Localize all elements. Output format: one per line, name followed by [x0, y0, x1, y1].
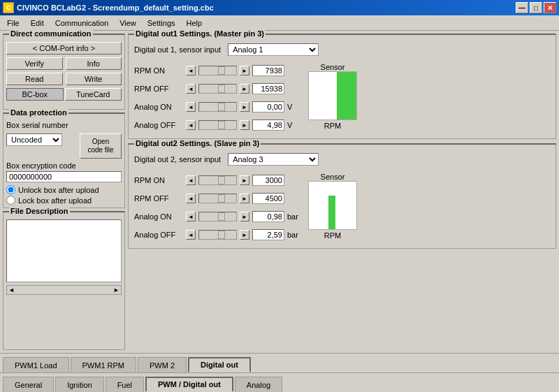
menu-edit[interactable]: Edit [25, 17, 50, 29]
rpm-off-1-left-arrow[interactable]: ◄ [186, 84, 196, 94]
minimize-button[interactable]: — [516, 2, 528, 13]
tab-digital-out[interactable]: Digital out [188, 357, 251, 372]
read-button[interactable]: Read [6, 73, 63, 85]
rpm-on-2-right-arrow[interactable]: ► [240, 175, 249, 185]
scroll-left-icon[interactable]: ◄ [8, 286, 15, 293]
rpm-on-1-right-arrow[interactable]: ► [240, 66, 249, 75]
rpm-on-1-label: RPM ON [134, 66, 183, 75]
sensor-viz-2: Sensor RPM [308, 173, 357, 240]
digital-out2-title: Digital out2 Settings. (Slave pin 3) [134, 139, 261, 147]
sensor-chart-2 [308, 181, 357, 230]
unlock-radio[interactable] [6, 185, 15, 194]
analog-on-1-label: Analog ON [134, 103, 183, 111]
tab-pwm2[interactable]: PWM 2 [138, 357, 187, 372]
analog-on-2-slider[interactable] [198, 212, 237, 222]
rpm-on-2-value[interactable] [252, 175, 284, 186]
menu-settings[interactable]: Settings [142, 17, 181, 29]
encryption-code-label: Box encryption code [6, 161, 122, 170]
rpm-off-1-label: RPM OFF [134, 85, 183, 93]
tab-pwm1-load[interactable]: PWM1 Load [3, 357, 69, 372]
tab-general[interactable]: General [3, 377, 54, 392]
rpm-off-1-slider[interactable] [198, 84, 237, 94]
scroll-right-icon[interactable]: ► [113, 286, 119, 293]
close-button[interactable]: ✕ [544, 2, 556, 13]
app-icon: C [3, 2, 14, 13]
analog-off-1-unit: V [287, 121, 297, 129]
bc-box-button[interactable]: BC-box [6, 88, 64, 101]
analog-on-2-value[interactable] [252, 211, 284, 222]
rpm-off-2-left-arrow[interactable]: ◄ [186, 194, 196, 203]
tab-pwm1-rpm[interactable]: PWM1 RPM [71, 357, 137, 372]
file-description-title: File Description [9, 207, 70, 215]
tab-ignition[interactable]: Ignition [55, 377, 103, 392]
rpm-off-1-value[interactable] [252, 83, 284, 94]
analog-on-2-right-arrow[interactable]: ► [240, 212, 249, 222]
menu-file[interactable]: File [1, 17, 25, 29]
serial-number-label: Box serial number [6, 121, 122, 129]
sensor-chart-1-label: RPM [324, 122, 341, 130]
serial-number-select[interactable]: Uncoded [6, 133, 62, 146]
file-description-textarea[interactable] [6, 219, 122, 282]
maximize-button[interactable]: □ [530, 2, 542, 13]
rpm-off-2-value[interactable] [252, 193, 284, 204]
analog-off-2-right-arrow[interactable]: ► [240, 230, 249, 240]
rpm-on-1-value[interactable] [252, 65, 284, 76]
digital-out1-sensor-select[interactable]: Analog 1 Analog 2 Analog 3 [228, 43, 319, 56]
analog-on-1-right-arrow[interactable]: ► [240, 102, 249, 112]
rpm-off-2-right-arrow[interactable]: ► [240, 194, 249, 203]
analog-off-1-left-arrow[interactable]: ◄ [186, 120, 196, 130]
sensor-chart-1 [308, 71, 357, 120]
analog-off-1-slider[interactable] [198, 120, 237, 130]
analog-on-2-label: Analog ON [134, 212, 183, 221]
info-button[interactable]: Info [66, 57, 122, 70]
analog-on-1-slider[interactable] [198, 102, 237, 112]
tab-analog[interactable]: Analog [235, 377, 282, 392]
data-protection-group: Data protection Box serial number Uncode… [3, 112, 125, 208]
tab-pwm-digital-out[interactable]: PWM / Digital out [145, 377, 233, 392]
analog-off-2-value[interactable] [252, 229, 284, 240]
rpm-on-1-left-arrow[interactable]: ◄ [186, 66, 196, 75]
bottom-tabs-1: PWM1 Load PWM1 RPM PWM 2 Digital out [0, 353, 559, 372]
lock-radio[interactable] [6, 196, 15, 205]
rpm-on-2-slider[interactable] [198, 175, 237, 185]
open-code-file-button[interactable]: Open code file [80, 133, 122, 159]
direct-comm-title: Direct communication [9, 29, 93, 38]
main-container: Direct communication < COM-Port info > V… [0, 31, 559, 353]
unlock-label: Unlock box after upload [18, 186, 99, 194]
analog-off-1-label: Analog OFF [134, 121, 183, 129]
digital-out1-sensor-label: Digital out 1, sensor input [134, 45, 221, 54]
analog-off-1-value[interactable] [252, 119, 284, 131]
tab-fuel[interactable]: Fuel [106, 377, 144, 392]
rpm-off-1-right-arrow[interactable]: ► [240, 84, 249, 94]
analog-off-2-label: Analog OFF [134, 231, 183, 239]
digital-out1-group: Digital out1 Settings. (Master pin 3) Di… [128, 34, 556, 139]
data-protection-title: Data protection [9, 108, 68, 117]
menu-help[interactable]: Help [181, 17, 208, 29]
lock-label: Lock box after upload [18, 196, 92, 205]
analog-off-2-unit: bar [287, 231, 297, 239]
menu-communication[interactable]: Communication [50, 17, 114, 29]
digital-out2-sensor-select[interactable]: Analog 1 Analog 2 Analog 3 [228, 153, 319, 166]
analog-on-1-value[interactable] [252, 101, 284, 112]
analog-on-2-left-arrow[interactable]: ◄ [186, 212, 196, 222]
write-button[interactable]: Write [66, 73, 122, 85]
analog-off-2-slider[interactable] [198, 230, 237, 240]
analog-off-2-left-arrow[interactable]: ◄ [186, 230, 196, 240]
verify-button[interactable]: Verify [6, 57, 63, 70]
sensor-viz-1: Sensor RPM [308, 63, 357, 130]
left-panel: Direct communication < COM-Port info > V… [3, 34, 125, 350]
rpm-off-2-slider[interactable] [198, 194, 237, 203]
rpm-off-2-label: RPM OFF [134, 194, 183, 203]
analog-on-2-unit: bar [287, 212, 297, 221]
analog-on-1-left-arrow[interactable]: ◄ [186, 102, 196, 112]
rpm-on-2-left-arrow[interactable]: ◄ [186, 175, 196, 185]
analog-off-1-right-arrow[interactable]: ► [240, 120, 249, 130]
tune-card-button[interactable]: TuneCard [65, 88, 122, 101]
window-title: CIVINCO BCLabG2 - Screendump_default_set… [17, 3, 214, 12]
encryption-code-input[interactable] [6, 171, 122, 182]
menu-view[interactable]: View [114, 17, 142, 29]
rpm-on-1-slider[interactable] [198, 66, 237, 75]
com-port-info-button[interactable]: < COM-Port info > [6, 42, 122, 55]
digital-out2-group: Digital out2 Settings. (Slave pin 3) Dig… [128, 143, 556, 249]
digital-out1-title: Digital out1 Settings. (Master pin 3) [134, 29, 266, 38]
